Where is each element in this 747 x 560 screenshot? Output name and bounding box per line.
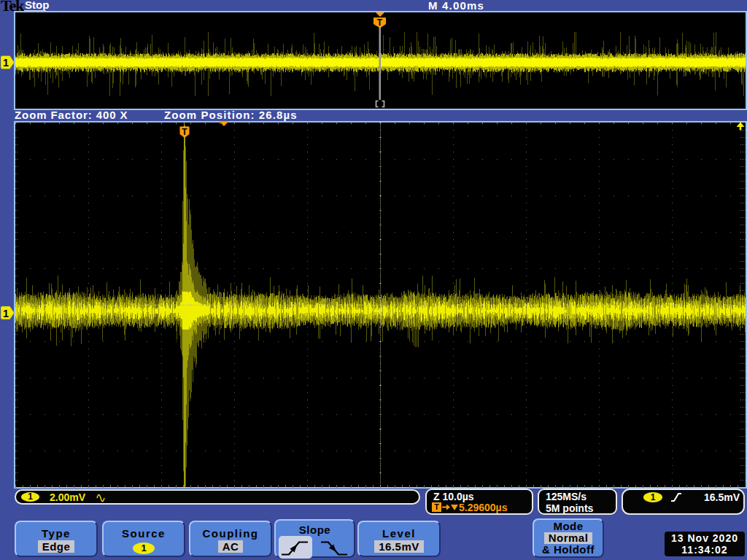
svg-text:1: 1: [3, 57, 9, 69]
svg-text:T: T: [377, 18, 383, 28]
svg-text:T: T: [182, 127, 187, 137]
svg-text:1: 1: [3, 308, 9, 319]
